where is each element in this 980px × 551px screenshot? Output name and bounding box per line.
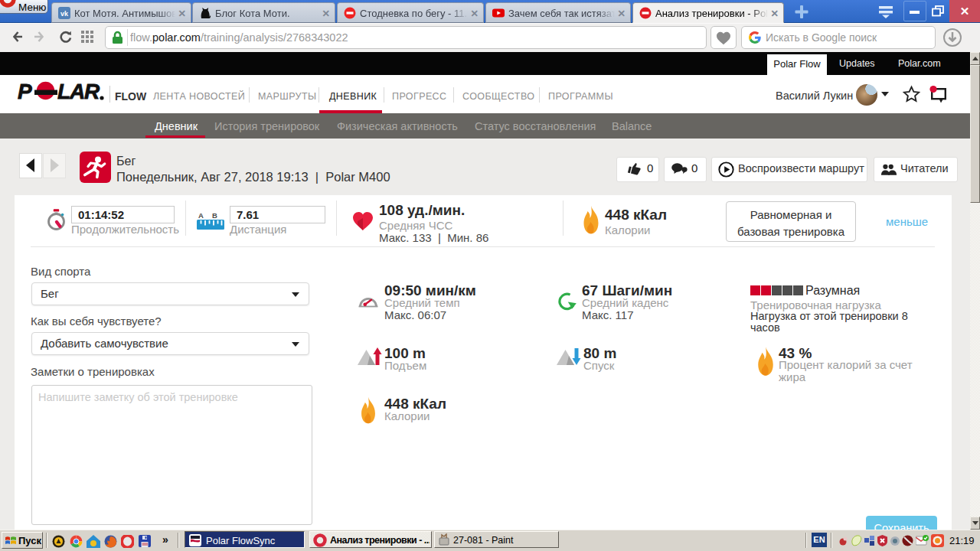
svg-text:R: R [84, 80, 100, 101]
svg-text:L: L [57, 80, 70, 101]
svg-text:P: P [18, 80, 32, 101]
svg-text:A: A [69, 80, 85, 101]
svg-text:vk: vk [60, 10, 69, 18]
